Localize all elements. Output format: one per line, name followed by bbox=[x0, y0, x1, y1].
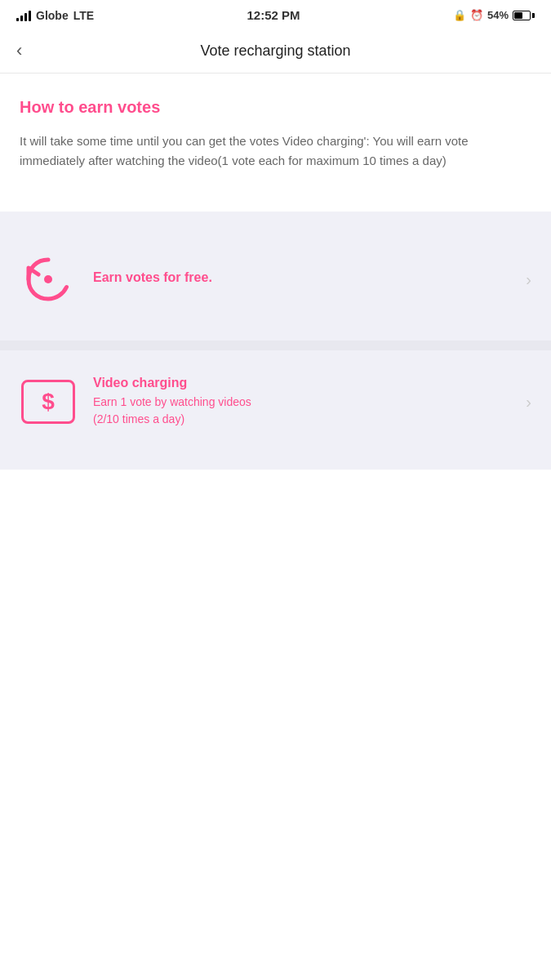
status-right: 🔒 ⏰ 54% bbox=[453, 9, 535, 21]
description-text: It will take some time until you can get… bbox=[20, 131, 531, 171]
carrier-label: Globe bbox=[36, 9, 69, 22]
network-label: LTE bbox=[73, 9, 94, 22]
status-time: 12:52 PM bbox=[247, 8, 300, 22]
earn-free-text: Earn votes for free. bbox=[93, 270, 509, 288]
back-button[interactable]: ‹ bbox=[16, 40, 22, 61]
svg-point-0 bbox=[44, 275, 52, 283]
video-charging-title: Video charging bbox=[93, 376, 509, 390]
dollar-sign-icon: $ bbox=[42, 389, 55, 415]
earn-free-card[interactable]: Earn votes for free. › bbox=[0, 228, 551, 331]
status-left: Globe LTE bbox=[16, 9, 94, 22]
alarm-icon: ⏰ bbox=[470, 9, 483, 21]
status-bar: Globe LTE 12:52 PM 🔒 ⏰ 54% bbox=[0, 0, 551, 29]
section-title: How to earn votes bbox=[20, 98, 531, 117]
card-divider bbox=[0, 341, 551, 350]
signal-icon bbox=[16, 10, 31, 21]
dollar-box-icon: $ bbox=[21, 380, 75, 424]
refresh-icon bbox=[20, 252, 76, 307]
main-content: How to earn votes It will take some time… bbox=[0, 74, 551, 212]
video-charging-subtitle: Earn 1 vote by watching videos(2/10 time… bbox=[93, 394, 509, 428]
video-charging-card[interactable]: $ Video charging Earn 1 vote by watching… bbox=[0, 350, 551, 453]
header: ‹ Vote recharging station bbox=[0, 29, 551, 74]
battery-icon bbox=[513, 11, 535, 20]
page-title: Vote recharging station bbox=[200, 42, 350, 60]
video-charging-text: Video charging Earn 1 vote by watching v… bbox=[93, 376, 509, 428]
video-charging-chevron: › bbox=[526, 393, 531, 412]
earn-free-chevron: › bbox=[526, 270, 531, 289]
lock-icon: 🔒 bbox=[453, 9, 466, 21]
battery-percent: 54% bbox=[487, 9, 509, 21]
video-charging-icon-wrap: $ bbox=[20, 373, 77, 430]
earn-free-icon-wrap bbox=[20, 251, 77, 308]
cards-section: Earn votes for free. › $ Video charging … bbox=[0, 212, 551, 470]
earn-free-title: Earn votes for free. bbox=[93, 270, 509, 285]
